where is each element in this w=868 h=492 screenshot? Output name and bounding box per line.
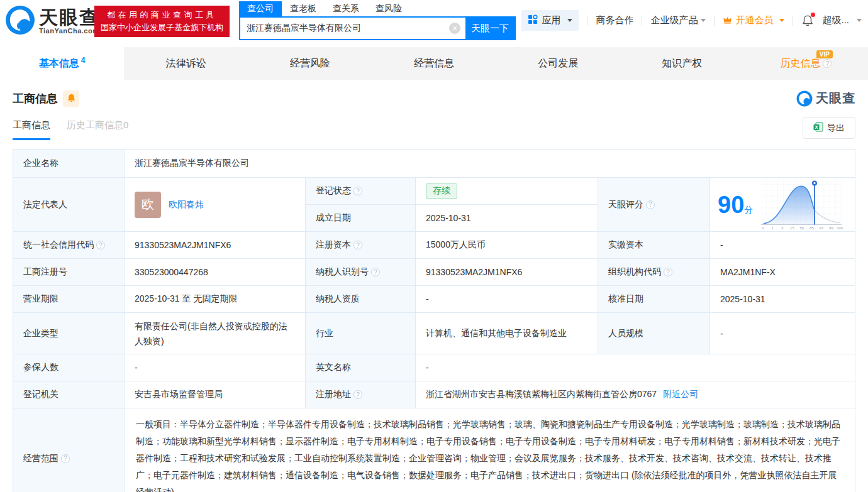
help-icon[interactable]: ? [371,268,380,276]
field-value-est-date: 2025-10-31 [416,205,598,232]
field-value-reg-number: 330523000447268 [125,259,306,286]
field-value-legal-rep: 欧 欧阳春炜 [125,178,306,232]
subscribe-bell-icon[interactable] [63,90,79,107]
field-value-taxpayer-quality: - [416,286,598,313]
user-label: 超级... [822,14,849,26]
field-value-company-type: 有限责任公司(非自然人投资或控股的法人独资) [125,313,306,354]
help-icon[interactable]: ? [823,59,832,68]
nav-enterprise-products[interactable]: 企业级产品 [650,14,706,26]
tab-operating-risk[interactable]: 经营风险 [248,47,372,80]
help-icon[interactable]: ? [353,187,362,195]
subtab-business-info[interactable]: 工商信息 [13,119,50,140]
svg-text:3: 3 [781,226,784,230]
search-tab-relation[interactable]: 查关系 [325,1,367,16]
subtab-history-business-info[interactable]: 历史工商信息0 [67,119,128,140]
help-icon[interactable]: ? [664,268,672,276]
field-label-paid-capital: 实缴资本 [598,232,710,259]
vip-badge: VIP [816,50,833,58]
field-label-reg-authority: 登记机关 [13,381,125,408]
avatar[interactable]: 欧 [135,192,161,218]
nav-join-vip[interactable]: 开通会员 [723,14,784,26]
svg-text:X: X [815,124,818,130]
tianyancha-watermark: 天眼查 [796,90,855,107]
field-label-credit-code: 统一社会信用代码 ? [13,232,125,259]
chevron-down-icon [857,19,862,22]
chevron-down-icon [779,19,784,22]
field-label-reg-capital: 注册资本 ? [306,232,416,259]
svg-text:50: 50 [800,226,804,230]
help-icon[interactable]: ? [646,200,655,209]
apps-menu[interactable]: 应用 [521,10,579,31]
tab-operating-info[interactable]: 经营信息 [372,47,496,80]
svg-text:85: 85 [810,226,814,230]
field-label-insured-count: 参保人数 [13,354,125,381]
field-value-org-code: MA2JM1NF-X [710,259,855,286]
field-label-reg-address: 注册地址 ? [306,381,416,408]
notification-dot [811,13,815,17]
svg-text:97: 97 [820,226,824,230]
field-label-staff-size: 人员规模 [598,313,710,354]
notification-bell-icon[interactable] [801,14,814,27]
field-label-company-name: 企业名称 [13,150,125,178]
field-label-score: 天眼评分 ? [598,178,710,232]
excel-icon: X [813,122,823,134]
help-icon[interactable]: ? [353,390,362,399]
field-label-taxpayer-quality: 纳税人资质 [306,286,416,313]
search-area: 查公司 查老板 查关系 查风险 ✕ 天眼一下 [239,1,516,40]
field-label-taxpayer-id: 纳税人识别号 ? [306,259,416,286]
field-label-company-type: 企业类型 [13,313,125,354]
crown-icon [723,15,732,26]
watermark-logo-icon [796,90,813,107]
tab-legal-proceedings[interactable]: 法律诉讼 [124,47,248,80]
tab-basic-info[interactable]: 基本信息 4 [0,47,124,80]
svg-text:15: 15 [790,226,794,230]
divider [587,16,587,26]
svg-text:99: 99 [829,226,833,230]
nearby-companies-link[interactable]: 附近公司 [663,389,698,400]
help-icon[interactable]: ? [61,454,70,463]
field-label-approval-date: 核准日期 [598,286,710,313]
field-value-reg-capital: 15000万人民币 [416,232,598,259]
chevron-down-icon [701,19,706,22]
svg-text:100: 100 [837,226,843,230]
tab-intellectual-property[interactable]: 知识产权 [620,47,744,80]
search-tab-boss[interactable]: 查老板 [282,1,325,16]
field-label-business-term: 营业期限 [13,286,125,313]
search-input[interactable] [240,23,449,33]
nav-business-cooperation[interactable]: 商务合作 [596,14,633,26]
help-icon[interactable]: ? [96,241,105,249]
tab-company-development[interactable]: 公司发展 [496,47,620,80]
tab-history-info[interactable]: VIP 历史信息 ? [744,47,868,80]
help-icon[interactable]: ? [353,241,362,249]
search-tab-risk[interactable]: 查风险 [367,1,410,16]
field-label-business-scope: 经营范围 ? [13,408,125,492]
search-tabs: 查公司 查老板 查关系 查风险 [239,1,516,16]
field-label-english-name: 英文名称 [306,354,416,381]
status-badge: 存续 [426,183,457,199]
slogan-line1: 都在用的商业查询工具 [101,9,223,21]
brand-name: 天眼查 [39,8,99,27]
field-value-company-name: 浙江赛德晶宸半导体有限公司 [125,150,855,178]
company-tab-bar: 基本信息 4 法律诉讼 经营风险 经营信息 公司发展 知识产权 VIP 历史信息… [0,47,868,80]
chevron-down-icon [567,19,572,22]
legal-rep-link[interactable]: 欧阳春炜 [169,199,204,210]
brand-slogan: 都在用的商业查询工具 国家中小企业发展子基金旗下机构 [94,6,230,37]
field-label-est-date: 成立日期 [306,205,416,232]
tianyancha-logo[interactable]: 天眼查 TianYanCha.com [5,5,99,38]
section-title: 工商信息 [13,91,58,106]
search-tab-company[interactable]: 查公司 [239,1,282,16]
field-label-reg-number: 工商注册号 [13,259,125,286]
user-menu[interactable]: 超级... [822,14,862,26]
export-button[interactable]: X 导出 [803,117,855,139]
field-value-reg-address: 浙江省湖州市安吉县梅溪镇紫梅社区内紫梅街直管公房0767 附近公司 [416,381,855,408]
search-button[interactable]: 天眼一下 [465,18,515,39]
top-header: 天眼查 TianYanCha.com 都在用的商业查询工具 国家中小企业发展子基… [0,0,868,41]
apps-label: 应用 [542,14,560,26]
score-value: 90 [718,193,744,217]
business-info-table: 企业名称 浙江赛德晶宸半导体有限公司 法定代表人 欧 欧阳春炜 登记状态 ? 存… [13,149,855,492]
field-value-english-name: - [416,354,855,381]
brand-domain: TianYanCha.com [39,27,99,35]
field-value-business-scope: 一般项目：半导体分立器件制造；半导体器件专用设备制造；技术玻璃制品销售；光学玻璃… [125,408,855,492]
field-value-approval-date: 2025-10-31 [710,286,855,313]
clear-icon[interactable]: ✕ [449,23,460,34]
